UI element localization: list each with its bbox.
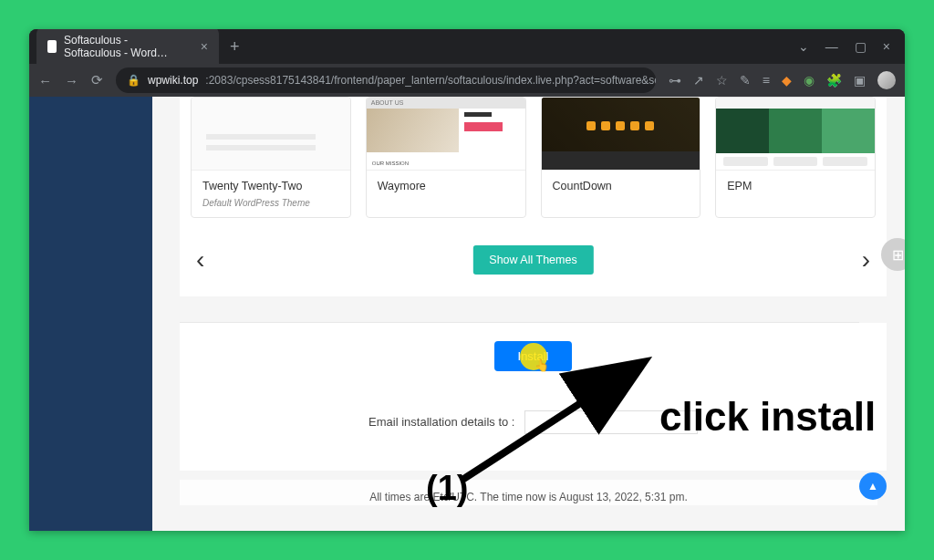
address-bar[interactable]: 🔒 wpwiki.top :2083/cpsess8175143841/fron…: [116, 67, 656, 93]
footer-time: All times are Etc/UTC. The time now is A…: [180, 480, 877, 505]
theme-sub: [542, 198, 700, 207]
pen-icon[interactable]: ✎: [740, 73, 751, 88]
carousel-nav: ‹ Show All Themes ›: [191, 227, 876, 275]
email-label: Email installation details to :: [368, 415, 514, 429]
url-path: :2083/cpsess8175143841/frontend/paper_la…: [205, 74, 655, 87]
theme-name: Twenty Twenty-Two: [192, 171, 350, 198]
next-button[interactable]: ›: [862, 245, 870, 275]
share-icon[interactable]: ↗: [693, 73, 704, 88]
thumb-label: ABOUT US: [367, 98, 525, 109]
theme-thumb: [542, 98, 700, 171]
close-window-icon[interactable]: ×: [883, 39, 890, 54]
tab-favicon: [47, 40, 57, 53]
new-tab-button[interactable]: +: [230, 37, 240, 57]
profile-avatar[interactable]: [877, 71, 896, 89]
forward-icon[interactable]: →: [65, 73, 78, 88]
install-button[interactable]: Install 👆: [494, 341, 573, 371]
theme-name: Waymore: [367, 171, 525, 198]
scroll-to-top-button[interactable]: ▲: [859, 472, 887, 500]
theme-thumb: ABOUT US OUR MISSION: [367, 98, 525, 171]
square-icon[interactable]: ▣: [854, 73, 866, 88]
cursor-icon: 👆: [534, 358, 549, 372]
stack-icon[interactable]: ≡: [763, 73, 770, 88]
star-icon[interactable]: ☆: [716, 73, 728, 88]
theme-sub: Default WordPress Theme: [192, 198, 350, 217]
minimize-icon[interactable]: —: [825, 39, 838, 54]
chevron-down-icon[interactable]: ⌄: [798, 39, 809, 54]
reload-icon[interactable]: ⟳: [91, 72, 103, 88]
nav-bar: ← → ⟳ 🔒 wpwiki.top :2083/cpsess817514384…: [29, 64, 905, 97]
theme-thumb: [716, 98, 875, 171]
theme-card-twenty[interactable]: Twenty Twenty-Two Default WordPress Them…: [191, 97, 351, 218]
theme-name: CountDown: [542, 171, 700, 198]
maximize-icon[interactable]: ▢: [855, 39, 867, 54]
theme-card-waymore[interactable]: ABOUT US OUR MISSION Waymore: [366, 97, 526, 218]
cube-icon[interactable]: ◆: [782, 73, 792, 88]
theme-sub: [716, 198, 875, 207]
install-section: Install 👆 Email installation details to …: [180, 323, 887, 471]
tab-bar: Softaculous - Softaculous - Word… × + ⌄ …: [29, 29, 905, 64]
content-area: Twenty Twenty-Two Default WordPress Them…: [152, 97, 905, 531]
window-controls: ⌄ — ▢ ×: [798, 39, 898, 54]
viewport: Twenty Twenty-Two Default WordPress Them…: [29, 97, 905, 531]
theme-sub: [367, 198, 525, 207]
cpanel-sidebar: [29, 97, 152, 531]
thumb-label: OUR MISSION: [372, 161, 409, 166]
browser-window: Softaculous - Softaculous - Word… × + ⌄ …: [29, 29, 905, 531]
theme-cards: Twenty Twenty-Two Default WordPress Them…: [191, 97, 876, 227]
themes-panel: Twenty Twenty-Two Default WordPress Them…: [180, 97, 887, 296]
extensions-icon[interactable]: 🧩: [826, 73, 842, 88]
theme-card-epm[interactable]: EPM: [715, 97, 876, 218]
toolbar-icons: ⊶ ↗ ☆ ✎ ≡ ◆ ◉ 🧩 ▣: [669, 71, 896, 89]
theme-thumb: [192, 98, 350, 171]
show-all-themes-button[interactable]: Show All Themes: [472, 245, 593, 275]
url-domain: wpwiki.top: [148, 74, 198, 87]
close-tab-icon[interactable]: ×: [201, 39, 208, 54]
tab-title: Softaculous - Softaculous - Word…: [64, 34, 186, 59]
browser-tab[interactable]: Softaculous - Softaculous - Word… ×: [36, 29, 219, 67]
email-input[interactable]: [524, 410, 698, 434]
theme-card-countdown[interactable]: CountDown: [541, 97, 701, 218]
theme-name: EPM: [716, 171, 875, 198]
back-icon[interactable]: ←: [38, 73, 52, 88]
shield-icon[interactable]: ◉: [804, 73, 815, 88]
lock-icon: 🔒: [127, 74, 140, 87]
key-icon[interactable]: ⊶: [669, 73, 681, 88]
prev-button[interactable]: ‹: [196, 245, 204, 275]
